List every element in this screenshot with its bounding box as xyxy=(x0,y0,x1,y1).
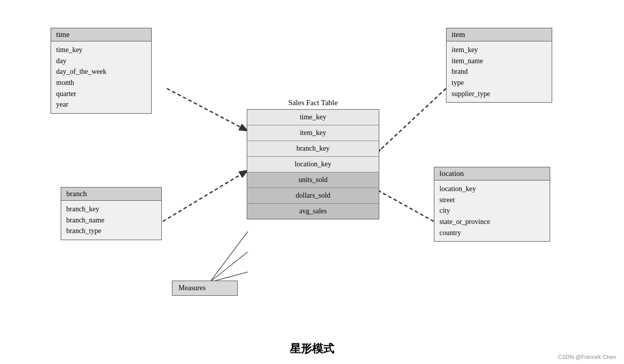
item-table-title: item xyxy=(447,28,552,41)
svg-line-0 xyxy=(167,88,247,130)
measures-box: Measures xyxy=(172,281,238,296)
footer: 星形模式 CSDN @Francek Chen xyxy=(0,334,624,364)
location-field-0: location_key xyxy=(439,184,545,195)
svg-line-3 xyxy=(379,191,434,221)
item-field-3: type xyxy=(452,77,547,88)
svg-line-2 xyxy=(163,171,247,221)
item-field-2: brand xyxy=(452,66,547,77)
branch-field-0: branch_key xyxy=(66,204,156,215)
fact-row-branch-key: branch_key xyxy=(247,141,379,157)
location-field-2: city xyxy=(439,205,545,216)
time-field-5: year xyxy=(56,99,146,110)
svg-line-1 xyxy=(379,88,446,151)
time-field-0: time_key xyxy=(56,44,146,56)
time-field-1: day xyxy=(56,56,146,67)
item-field-0: item_key xyxy=(452,44,547,56)
fact-row-avg-sales: avg_sales xyxy=(247,204,379,219)
fact-table-box: time_key item_key branch_key location_ke… xyxy=(247,109,379,219)
footer-credit: CSDN @Francek Chen xyxy=(558,354,616,360)
branch-field-1: branch_name xyxy=(66,215,156,226)
time-field-2: day_of_the_week xyxy=(56,66,146,77)
location-field-4: country xyxy=(439,228,545,239)
location-table-title: location xyxy=(434,167,550,180)
branch-field-2: branch_type xyxy=(66,225,156,237)
fact-row-location-key: location_key xyxy=(247,157,379,172)
fact-row-time-key: time_key xyxy=(247,110,379,125)
time-field-3: month xyxy=(56,77,146,88)
fact-table: Sales Fact Table time_key item_key branc… xyxy=(247,99,379,219)
item-table-body: item_key item_name brand type supplier_t… xyxy=(447,41,552,102)
measures-label: Measures xyxy=(172,281,237,295)
time-table-title: time xyxy=(51,28,151,41)
svg-line-4 xyxy=(210,232,248,282)
branch-table-title: branch xyxy=(61,188,161,201)
footer-title: 星形模式 xyxy=(290,341,334,356)
fact-row-item-key: item_key xyxy=(247,125,379,141)
time-table: time time_key day day_of_the_week month … xyxy=(51,28,152,114)
fact-table-title: Sales Fact Table xyxy=(247,99,379,107)
item-field-4: supplier_type xyxy=(452,88,547,100)
fact-row-dollars-sold: dollars_sold xyxy=(247,188,379,204)
svg-line-5 xyxy=(210,252,248,282)
location-field-3: state_or_province xyxy=(439,216,545,228)
location-table-body: location_key street city state_or_provin… xyxy=(434,180,550,241)
branch-table-body: branch_key branch_name branch_type xyxy=(61,201,161,240)
time-field-4: quarter xyxy=(56,88,146,100)
location-table: location location_key street city state_… xyxy=(434,167,550,242)
item-table: item item_key item_name brand type suppl… xyxy=(446,28,552,103)
location-field-1: street xyxy=(439,195,545,206)
item-field-1: item_name xyxy=(452,56,547,67)
diagram-container: time time_key day day_of_the_week month … xyxy=(0,0,624,344)
fact-row-units-sold: units_sold xyxy=(247,172,379,188)
branch-table: branch branch_key branch_name branch_typ… xyxy=(61,187,162,240)
time-table-body: time_key day day_of_the_week month quart… xyxy=(51,41,151,113)
